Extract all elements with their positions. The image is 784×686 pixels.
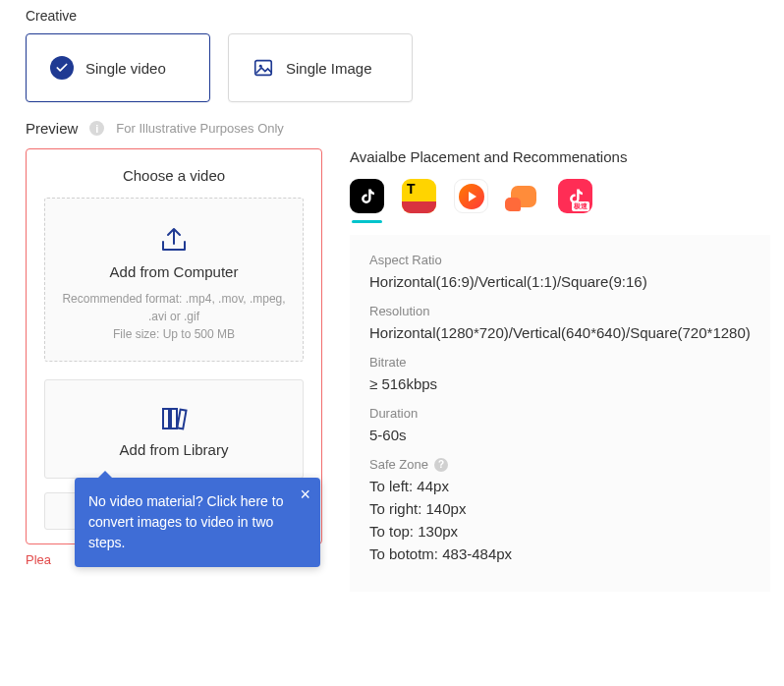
preview-note: For Illustrative Purposes Only <box>116 121 284 136</box>
spec-label-bitrate: Bitrate <box>369 355 751 370</box>
creative-section: Creative Single video Single Image <box>26 8 764 102</box>
placement-title: Avaialbe Placement and Recommenations <box>350 148 770 165</box>
spec-label-safe-zone: Safe Zone ? <box>369 457 751 472</box>
image-icon <box>252 57 274 79</box>
placement-panel: Avaialbe Placement and Recommenations T♪… <box>350 148 770 592</box>
spec-value-safe-top: To top: 130px <box>369 523 751 540</box>
creative-type-row: Single video Single Image <box>26 33 764 102</box>
help-icon[interactable]: ? <box>434 458 448 472</box>
create-video-tooltip: × No video material? Click here to conve… <box>75 478 320 567</box>
spec-value-duration: 5-60s <box>369 427 751 443</box>
close-icon[interactable]: × <box>300 486 310 503</box>
placement-icon-tiktok-lite[interactable]: 极速 <box>558 179 592 213</box>
choose-video-title: Choose a video <box>44 167 304 184</box>
spec-value-resolution: Horizontal(1280*720)/Vertical(640*640)/S… <box>369 324 751 341</box>
upload-hint-format: Recommended format: .mp4, .mov, .mpeg, .… <box>61 290 287 325</box>
add-from-computer-button[interactable]: Add from Computer Recommended format: .m… <box>44 198 304 362</box>
creative-option-single-image[interactable]: Single Image <box>228 33 413 102</box>
spec-label-duration: Duration <box>369 406 751 421</box>
main-columns: Choose a video Add from Computer Recomme… <box>26 148 764 592</box>
placement-icon-helo[interactable] <box>506 179 540 213</box>
placement-icon-tiktok[interactable] <box>350 179 384 213</box>
add-from-computer-title: Add from Computer <box>61 263 287 280</box>
spec-value-aspect-ratio: Horizontal(16:9)/Vertical(1:1)/Square(9:… <box>369 273 751 290</box>
spec-label-aspect-ratio: Aspect Ratio <box>369 253 751 267</box>
placement-icon-row: T♪ 极速 <box>350 179 770 213</box>
tooltip-text: No video material? Click here to convert… <box>88 493 283 550</box>
add-from-library-title: Add from Library <box>61 441 287 458</box>
svg-rect-4 <box>177 410 186 429</box>
spec-box: Aspect Ratio Horizontal(16:9)/Vertical(1… <box>350 235 770 592</box>
upload-icon <box>61 226 287 254</box>
creative-heading: Creative <box>26 8 764 24</box>
tooltip-arrow <box>98 471 112 478</box>
placement-icon-topbuzz[interactable]: T♪ <box>402 179 436 213</box>
svg-rect-3 <box>171 409 177 429</box>
library-icon <box>61 406 287 431</box>
add-from-library-button[interactable]: Add from Library <box>44 379 304 479</box>
creative-option-label: Single Image <box>286 60 372 77</box>
creative-option-label: Single video <box>85 60 166 77</box>
spec-value-safe-bottom: To bototm: 483-484px <box>369 545 751 562</box>
placement-icon-vigo[interactable] <box>454 179 488 213</box>
check-icon <box>50 56 74 80</box>
svg-rect-2 <box>163 409 169 429</box>
preview-header: Preview i For Illustrative Purposes Only <box>26 120 764 137</box>
creative-option-single-video[interactable]: Single video <box>26 33 210 102</box>
spec-value-bitrate: ≥ 516kbps <box>369 375 751 392</box>
preview-label: Preview <box>26 120 78 137</box>
spec-value-safe-left: To left: 44px <box>369 478 751 494</box>
info-icon: i <box>89 121 104 136</box>
upload-hint-size: File size: Up to 500 MB <box>61 325 287 343</box>
svg-rect-0 <box>255 61 272 76</box>
spec-value-safe-right: To right: 140px <box>369 500 751 517</box>
spec-label-resolution: Resolution <box>369 304 751 318</box>
